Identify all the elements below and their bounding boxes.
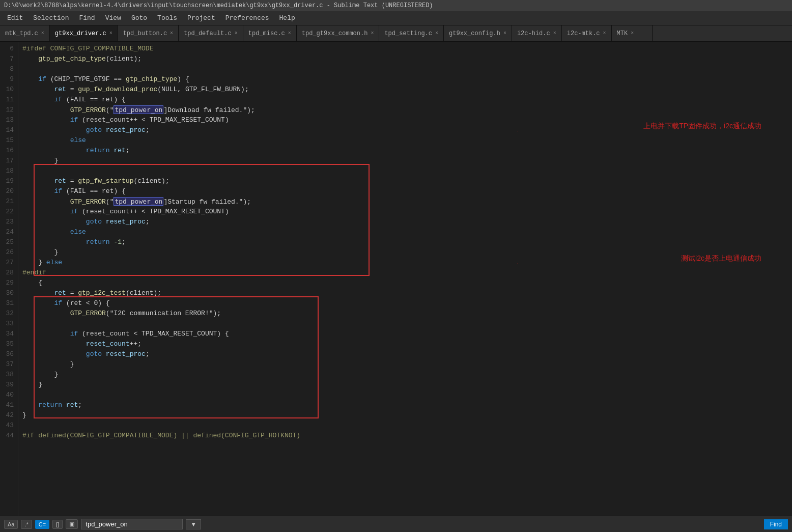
code-line-25: return -1; [22, 237, 788, 247]
tab-i2c-mtk[interactable]: i2c-mtk.c × [562, 25, 612, 41]
menu-edit[interactable]: Edit [2, 12, 28, 24]
code-line-22: if (reset_count++ < TPD_MAX_RESET_COUNT) [22, 207, 788, 217]
code-line-16: return ret; [22, 146, 788, 156]
code-line-18 [22, 166, 788, 176]
code-line-12: GTP_ERROR("tpd_power_on]Download fw fail… [22, 105, 788, 115]
annotation-text-1: 上电并下载TP固件成功，i2c通信成功 [643, 121, 761, 131]
tab-gt9xx-config[interactable]: gt9xx_config.h × [444, 25, 512, 41]
code-line-8 [22, 64, 788, 74]
menu-tools[interactable]: Tools [152, 12, 182, 24]
code-line-37: } [22, 359, 788, 370]
tab-tpd-setting[interactable]: tpd_setting.c × [379, 25, 444, 41]
annotation-text-2: 测试i2c是否上电通信成功 [681, 253, 761, 263]
code-line-38: } [22, 370, 788, 380]
find-btn-aa[interactable]: Aa [4, 520, 18, 529]
code-line-23: goto reset_proc; [22, 217, 788, 227]
code-line-42: } [22, 410, 788, 421]
tab-bar: mtk_tpd.c × gt9xx_driver.c × tpd_button.… [0, 25, 792, 42]
tab-mtk-tpd[interactable]: mtk_tpd.c × [0, 25, 50, 41]
code-area: 6 7 8 9 10 11 12 13 14 15 16 17 18 19 20… [0, 42, 792, 516]
code-line-9: if (CHIP_TYPE_GT9F == gtp_chip_type) { [22, 74, 788, 85]
find-button[interactable]: Find [764, 519, 788, 529]
code-line-30: ret = gtp_i2c_test(client); [22, 288, 788, 298]
menu-bar: Edit Selection Find View Goto Tools Proj… [0, 11, 792, 25]
menu-goto[interactable]: Goto [126, 12, 152, 24]
code-line-28: #endif [22, 268, 788, 278]
code-line-21: GTP_ERROR("tpd_power_on]Startup fw faile… [22, 197, 788, 207]
code-line-17: } [22, 156, 788, 166]
code-line-20: if (FAIL == ret) { [22, 186, 788, 197]
code-line-34: if (reset_count < TPD_MAX_RESET_COUNT) { [22, 329, 788, 339]
menu-view[interactable]: View [100, 12, 126, 24]
find-btn-word[interactable]: [] [52, 520, 63, 529]
code-line-27: } else [22, 258, 788, 268]
code-line-33 [22, 319, 788, 329]
tab-tpd-default[interactable]: tpd_default.c × [179, 25, 243, 41]
code-line-39: } [22, 380, 788, 390]
title-text: D:\0\work2\8788\alps\kernel-4.4\drivers\… [4, 2, 433, 9]
code-line-43 [22, 421, 788, 431]
menu-project[interactable]: Project [182, 12, 220, 24]
tab-gt9xx-driver[interactable]: gt9xx_driver.c × [50, 25, 118, 41]
tab-tpd-misc[interactable]: tpd_misc.c × [243, 25, 297, 41]
tab-mtk[interactable]: MTK × [612, 25, 653, 41]
code-line-11: if (FAIL == ret) { [22, 95, 788, 105]
find-bar: Aa .* C= [] ▣ ▼ Find [0, 516, 792, 532]
code-line-7: gtp_get_chip_type(client); [22, 54, 788, 64]
menu-find[interactable]: Find [74, 12, 100, 24]
tab-tpd-gt9xx-common[interactable]: tpd_gt9xx_common.h × [297, 25, 380, 41]
tab-i2c-hid[interactable]: i2c-hid.c × [512, 25, 562, 41]
code-line-44: #if defined(CONFIG_GTP_COMPATIBLE_MODE) … [22, 431, 788, 441]
code-line-19: ret = gtp_fw_startup(client); [22, 176, 788, 186]
find-btn-case[interactable]: C= [35, 520, 49, 529]
tab-tpd-button[interactable]: tpd_button.c × [118, 25, 179, 41]
title-bar: D:\0\work2\8788\alps\kernel-4.4\drivers\… [0, 0, 792, 11]
line-numbers: 6 7 8 9 10 11 12 13 14 15 16 17 18 19 20… [0, 42, 18, 516]
code-line-29: { [22, 278, 788, 288]
code-content[interactable]: 上电并下载TP固件成功，i2c通信成功 测试i2c是否上电通信成功 #ifdef… [18, 42, 792, 516]
code-line-26: } [22, 247, 788, 258]
code-line-10: ret = gup_fw_download_proc(NULL, GTP_FL_… [22, 85, 788, 95]
code-line-31: if (ret < 0) { [22, 298, 788, 309]
menu-preferences[interactable]: Preferences [220, 12, 274, 24]
code-line-24: else [22, 227, 788, 237]
code-line-32: GTP_ERROR("I2C communication ERROR!"); [22, 309, 788, 319]
find-input[interactable] [81, 519, 183, 529]
find-btn-wrap[interactable]: ▣ [66, 519, 78, 529]
code-line-15: else [22, 135, 788, 146]
code-line-40 [22, 390, 788, 400]
menu-selection[interactable]: Selection [28, 12, 74, 24]
code-line-35: reset_count++; [22, 339, 788, 349]
code-line-6: #ifdef CONFIG_GTP_COMPATIBLE_MODE [22, 44, 788, 54]
find-btn-regex[interactable]: .* [21, 520, 32, 529]
code-line-41: return ret; [22, 400, 788, 410]
code-line-36: goto reset_proc; [22, 349, 788, 359]
find-prev-button[interactable]: ▼ [186, 519, 201, 529]
menu-help[interactable]: Help [274, 12, 300, 24]
